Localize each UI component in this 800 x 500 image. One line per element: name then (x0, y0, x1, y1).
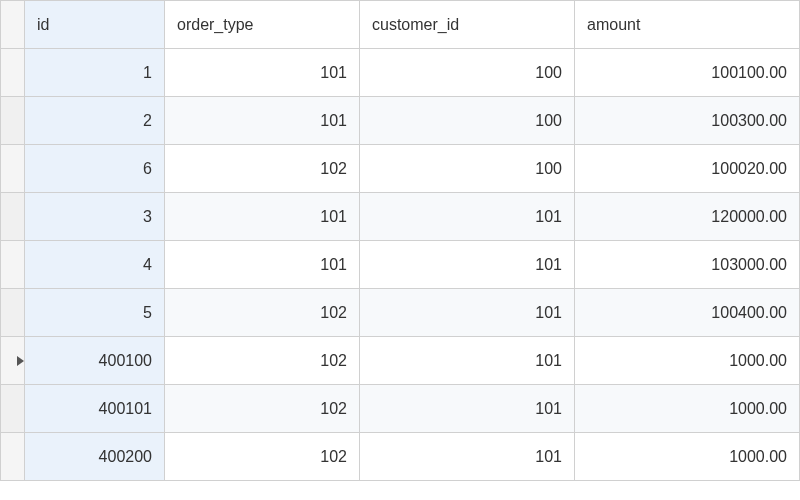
cell-order-type[interactable]: 101 (165, 241, 360, 289)
cell-id[interactable]: 2 (25, 97, 165, 145)
cell-amount[interactable]: 103000.00 (575, 241, 800, 289)
cell-id[interactable]: 400100 (25, 337, 165, 385)
table-row[interactable]: 4002001021011000.00 (1, 433, 800, 481)
data-grid[interactable]: id order_type customer_id amount 1101100… (0, 0, 800, 500)
cell-customer-id[interactable]: 101 (360, 193, 575, 241)
cell-amount[interactable]: 100300.00 (575, 97, 800, 145)
column-header-amount[interactable]: amount (575, 1, 800, 49)
row-handle-header (1, 1, 25, 49)
row-handle[interactable] (1, 97, 25, 145)
cell-customer-id[interactable]: 101 (360, 337, 575, 385)
cell-id[interactable]: 1 (25, 49, 165, 97)
cell-customer-id[interactable]: 101 (360, 241, 575, 289)
cell-customer-id[interactable]: 100 (360, 145, 575, 193)
column-header-id[interactable]: id (25, 1, 165, 49)
table-row[interactable]: 4001011021011000.00 (1, 385, 800, 433)
cell-amount[interactable]: 100400.00 (575, 289, 800, 337)
cell-order-type[interactable]: 101 (165, 49, 360, 97)
cell-id[interactable]: 3 (25, 193, 165, 241)
row-handle[interactable] (1, 385, 25, 433)
cell-customer-id[interactable]: 100 (360, 49, 575, 97)
results-table: id order_type customer_id amount 1101100… (0, 0, 800, 481)
cell-customer-id[interactable]: 101 (360, 385, 575, 433)
table-row[interactable]: 4001001021011000.00 (1, 337, 800, 385)
column-header-customer-id[interactable]: customer_id (360, 1, 575, 49)
row-handle[interactable] (1, 289, 25, 337)
column-header-order-type[interactable]: order_type (165, 1, 360, 49)
cell-customer-id[interactable]: 100 (360, 97, 575, 145)
table-row[interactable]: 1101100100100.00 (1, 49, 800, 97)
row-handle[interactable] (1, 49, 25, 97)
cell-amount[interactable]: 1000.00 (575, 337, 800, 385)
row-handle[interactable] (1, 193, 25, 241)
table-row[interactable]: 5102101100400.00 (1, 289, 800, 337)
cell-amount[interactable]: 100100.00 (575, 49, 800, 97)
cell-order-type[interactable]: 102 (165, 385, 360, 433)
cell-order-type[interactable]: 102 (165, 337, 360, 385)
cell-id[interactable]: 400200 (25, 433, 165, 481)
row-handle[interactable] (1, 433, 25, 481)
row-handle[interactable] (1, 241, 25, 289)
table-row[interactable]: 4101101103000.00 (1, 241, 800, 289)
cell-order-type[interactable]: 101 (165, 193, 360, 241)
table-row[interactable]: 3101101120000.00 (1, 193, 800, 241)
cell-amount[interactable]: 1000.00 (575, 433, 800, 481)
cell-order-type[interactable]: 102 (165, 145, 360, 193)
row-handle[interactable] (1, 337, 25, 385)
header-row: id order_type customer_id amount (1, 1, 800, 49)
cell-order-type[interactable]: 101 (165, 97, 360, 145)
cell-amount[interactable]: 100020.00 (575, 145, 800, 193)
cell-order-type[interactable]: 102 (165, 289, 360, 337)
current-row-indicator-icon (17, 356, 24, 366)
cell-amount[interactable]: 1000.00 (575, 385, 800, 433)
cell-id[interactable]: 400101 (25, 385, 165, 433)
row-handle[interactable] (1, 145, 25, 193)
cell-customer-id[interactable]: 101 (360, 289, 575, 337)
cell-amount[interactable]: 120000.00 (575, 193, 800, 241)
cell-id[interactable]: 5 (25, 289, 165, 337)
table-row[interactable]: 6102100100020.00 (1, 145, 800, 193)
cell-customer-id[interactable]: 101 (360, 433, 575, 481)
cell-order-type[interactable]: 102 (165, 433, 360, 481)
table-row[interactable]: 2101100100300.00 (1, 97, 800, 145)
cell-id[interactable]: 4 (25, 241, 165, 289)
cell-id[interactable]: 6 (25, 145, 165, 193)
